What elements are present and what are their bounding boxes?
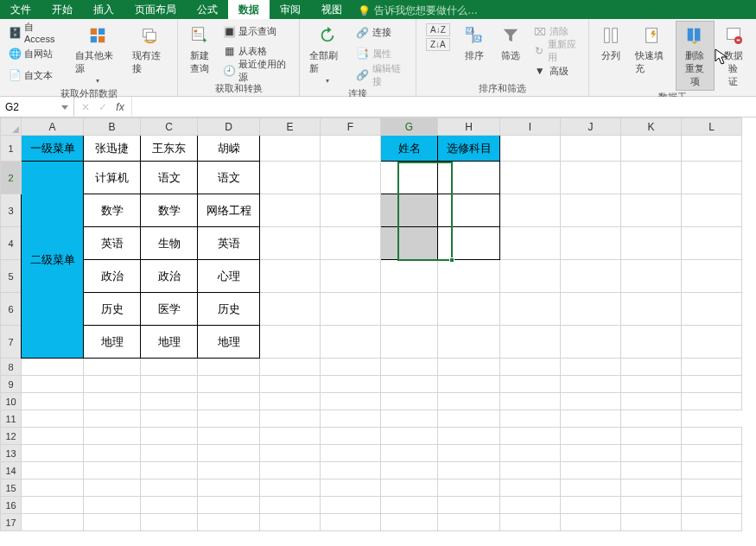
col-H[interactable]: H: [438, 118, 500, 136]
sort-button[interactable]: ZAAZ 排序: [456, 21, 492, 82]
cell-G1[interactable]: 姓名: [381, 136, 438, 162]
from-web-button[interactable]: 🌐 自网站: [7, 45, 66, 62]
sort-asc-button[interactable]: A↓Z: [426, 23, 450, 36]
tab-formula[interactable]: 公式: [187, 0, 228, 19]
svg-rect-3: [98, 36, 105, 42]
col-K[interactable]: K: [621, 118, 682, 136]
reapply-button[interactable]: ↻ 重新应用: [532, 42, 581, 60]
ribbon: 🗄️ 自 Access 🌐 自网站 📄 自文本 自其他来源 ▾: [0, 19, 756, 97]
tab-view[interactable]: 视图: [311, 0, 353, 19]
cell-C1[interactable]: 王东东: [141, 136, 198, 162]
reapply-icon: ↻: [534, 45, 544, 57]
edit-links-button[interactable]: 🔗 编辑链接: [355, 67, 409, 84]
col-G[interactable]: G: [381, 118, 438, 136]
column-headers[interactable]: A B C D E F G H I J K L: [1, 118, 742, 136]
row-5[interactable]: 5 政治 政治 心理: [1, 260, 742, 293]
text-to-columns-button[interactable]: 分列: [593, 21, 629, 91]
text-icon: 📄: [9, 69, 21, 81]
fx-icon[interactable]: fx: [114, 101, 126, 113]
tab-review[interactable]: 审阅: [270, 0, 311, 19]
from-access-label: 自 Access: [24, 21, 64, 44]
row-7[interactable]: 7 地理 地理 地理: [1, 326, 742, 359]
bulb-icon: 💡: [358, 5, 371, 17]
group-data-tools: 分列 快速填充 删除 重复项 数据验 证 数据工: [589, 19, 756, 96]
properties-button[interactable]: 📑 属性: [355, 45, 409, 62]
select-all-corner[interactable]: [1, 118, 22, 136]
cell-H2[interactable]: [438, 162, 500, 194]
tab-data[interactable]: 数据: [228, 0, 270, 19]
cell-B1[interactable]: 张迅捷: [84, 136, 141, 162]
dropdown-icon: ▾: [96, 77, 99, 85]
row-8: 8: [1, 359, 742, 376]
filter-button[interactable]: 筛选: [492, 21, 529, 82]
row-2[interactable]: 2 二级菜单 计算机 语文 语文: [1, 162, 742, 194]
col-D[interactable]: D: [198, 118, 260, 136]
spreadsheet-grid[interactable]: A B C D E F G H I J K L 1 一级菜单 张迅捷 王东东 胡…: [0, 117, 756, 531]
col-L[interactable]: L: [682, 118, 742, 136]
from-text-label: 自文本: [24, 69, 53, 82]
formula-input[interactable]: [132, 97, 756, 117]
cell-A1[interactable]: 一级菜单: [22, 136, 84, 162]
flash-fill-button[interactable]: 快速填充: [629, 21, 677, 91]
cell-G3[interactable]: [381, 194, 438, 227]
row-11: 11: [1, 410, 742, 428]
globe-icon: 🌐: [9, 48, 21, 60]
new-query-label: 新建 查询: [190, 49, 209, 75]
col-F[interactable]: F: [321, 118, 381, 136]
row-14: 14: [1, 462, 742, 479]
name-box[interactable]: G2: [0, 97, 74, 117]
row-6[interactable]: 6 历史 医学 历史: [1, 293, 742, 326]
tab-file[interactable]: 文件: [0, 0, 41, 19]
row-1[interactable]: 1 一级菜单 张迅捷 王东东 胡嵘 姓名 选修科目: [1, 136, 742, 162]
filter-icon: [499, 23, 523, 48]
col-E[interactable]: E: [260, 118, 321, 136]
col-A[interactable]: A: [22, 118, 84, 136]
col-J[interactable]: J: [561, 118, 621, 136]
advanced-filter-button[interactable]: ▼ 高级: [532, 62, 581, 79]
svg-rect-2: [90, 36, 96, 42]
from-other-button[interactable]: 自其他来源 ▾: [69, 21, 126, 87]
svg-text:ZA: ZA: [467, 28, 475, 34]
row-3[interactable]: 3 数学 数学 网络工程: [1, 194, 742, 227]
data-validation-button[interactable]: 数据验 证: [715, 21, 753, 91]
remove-dup-icon: [683, 23, 707, 48]
sort-desc-button[interactable]: Z↓A: [426, 38, 450, 51]
row-12: 12: [1, 428, 742, 445]
col-C[interactable]: C: [141, 118, 198, 136]
cell-H4[interactable]: [438, 227, 500, 260]
conn-icon: 🔗: [357, 27, 369, 39]
cell-H3[interactable]: [438, 194, 500, 227]
col-I[interactable]: I: [500, 118, 561, 136]
sort-icon: ZAAZ: [462, 23, 486, 48]
cancel-formula-icon[interactable]: ✕: [79, 101, 92, 113]
menu-tabs: 文件 开始 插入 页面布局 公式 数据 审阅 视图 💡 告诉我您想要做什么…: [0, 0, 756, 19]
dropdown-icon: ▾: [326, 77, 329, 85]
remove-duplicates-button[interactable]: 删除 重复项: [676, 21, 714, 91]
col-B[interactable]: B: [84, 118, 141, 136]
row-16: 16: [1, 497, 742, 514]
cell-G4[interactable]: [381, 227, 438, 260]
cell-G2[interactable]: [381, 162, 438, 194]
refresh-all-button[interactable]: 全部刷新 ▾: [303, 21, 352, 87]
new-query-button[interactable]: ✦ 新建 查询: [181, 21, 218, 82]
tab-layout[interactable]: 页面布局: [124, 0, 187, 19]
tab-home[interactable]: 开始: [41, 0, 83, 19]
svg-text:AZ: AZ: [475, 35, 482, 41]
row-4[interactable]: 4 英语 生物 英语: [1, 227, 742, 260]
tell-me[interactable]: 💡 告诉我您想要做什么…: [353, 0, 483, 19]
show-query-button[interactable]: 🔳 显示查询: [221, 23, 292, 41]
row-17: 17: [1, 514, 742, 531]
existing-connections-button[interactable]: 现有连接: [126, 21, 175, 87]
svg-rect-14: [613, 29, 618, 43]
cell-A2-merged[interactable]: 二级菜单: [22, 162, 84, 359]
cell-D1[interactable]: 胡嵘: [198, 136, 260, 162]
row-9: 9: [1, 376, 742, 393]
enter-formula-icon[interactable]: ✓: [97, 101, 109, 113]
recent-sources-button[interactable]: 🕘 最近使用的源: [221, 62, 292, 79]
cell-H1[interactable]: 选修科目: [438, 136, 500, 162]
from-access-button[interactable]: 🗄️ 自 Access: [7, 24, 66, 41]
svg-rect-17: [695, 29, 700, 41]
from-text-button[interactable]: 📄 自文本: [7, 67, 66, 84]
connections-button[interactable]: 🔗 连接: [355, 24, 409, 41]
tab-insert[interactable]: 插入: [83, 0, 124, 19]
